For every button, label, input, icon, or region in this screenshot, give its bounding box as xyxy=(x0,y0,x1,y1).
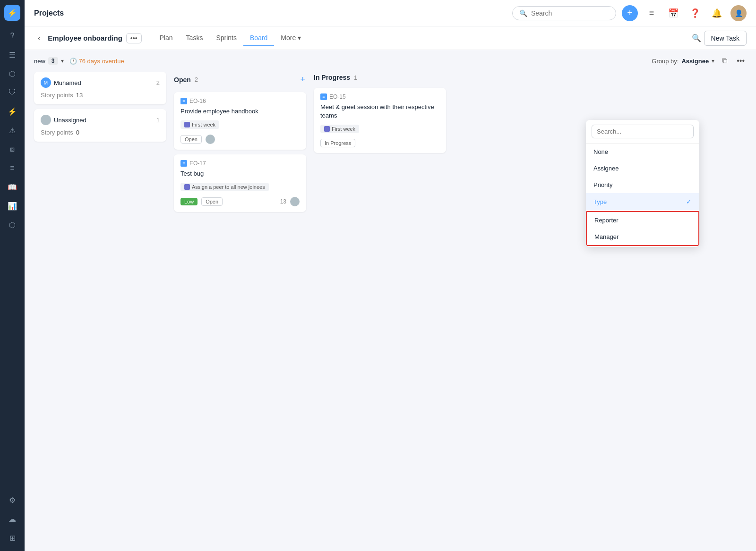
task-tag-eo17: Assign a peer to all new joinees xyxy=(180,183,269,191)
overdue-chip: 🕐 76 days overdue xyxy=(69,58,124,65)
task-status-eo16[interactable]: Open xyxy=(180,135,202,144)
subbar: ‹ Employee onboarding ••• Plan Tasks Spr… xyxy=(25,26,756,50)
board-toolbar: new 3 ▾ 🕐 76 days overdue Group by: Assi… xyxy=(25,50,756,72)
dropdown-item-manager[interactable]: Manager xyxy=(587,229,698,245)
muhamed-count: 2 xyxy=(156,79,160,86)
sidebar-icon-book[interactable]: 📖 xyxy=(4,178,21,195)
groupby-dropdown-container: None Assignee Priority Type ✓ Reporter xyxy=(586,120,699,247)
dropdown-item-none[interactable]: None xyxy=(586,144,699,160)
task-tag-eo16: First week xyxy=(180,120,219,129)
section-label: new xyxy=(34,58,45,65)
story-value-1: 13 xyxy=(76,92,83,99)
calendar-icon-btn[interactable]: 📅 xyxy=(665,5,681,21)
task-assignee-avatar-eo17 xyxy=(290,197,300,206)
network-icon: ⬡ xyxy=(9,220,16,229)
section-count: 3 xyxy=(48,57,58,65)
tag-icon-15 xyxy=(324,126,330,132)
sidebar-icon-list[interactable]: ≡ xyxy=(4,160,21,177)
sidebar-icon-layers[interactable]: ⧈ xyxy=(4,141,21,158)
task-tag-eo15: First week xyxy=(320,125,359,133)
help-icon-btn[interactable]: ❓ xyxy=(687,5,703,21)
search-bar[interactable]: 🔍 xyxy=(512,6,616,20)
warning-icon: ⚠ xyxy=(9,126,16,135)
board-area: new 3 ▾ 🕐 76 days overdue Group by: Assi… xyxy=(25,50,756,551)
help-icon: ? xyxy=(10,32,15,40)
tag-icon-17 xyxy=(184,184,190,190)
sidebar-icon-network[interactable]: ⬡ xyxy=(4,216,21,233)
filter-button[interactable]: ⧉ xyxy=(720,55,729,67)
task-id-label: EO-16 xyxy=(189,98,206,104)
book-icon: 📖 xyxy=(8,183,17,192)
unassigned-name: Unassigned xyxy=(54,117,86,124)
assignee-card-unassigned: Unassigned 1 Story points 0 xyxy=(34,109,166,142)
group-by-control[interactable]: Group by: Assignee ▾ xyxy=(652,58,714,65)
red-border-group: Reporter Manager xyxy=(586,211,699,246)
story-label-1: Story points xyxy=(41,92,73,99)
filter-icon: ⧉ xyxy=(722,57,727,65)
task-title-eo16: Provide employee handbook xyxy=(180,107,300,116)
sidebar-icon-warning[interactable]: ⚠ xyxy=(4,122,21,139)
sidebar-icon-cloud[interactable]: ☁ xyxy=(4,510,21,527)
sidebar-icon-inbox[interactable]: ☰ xyxy=(4,46,21,63)
sidebar-icon-shield[interactable]: 🛡 xyxy=(4,84,21,101)
app-logo[interactable]: ⚡ xyxy=(4,5,20,21)
board-more-button[interactable]: ••• xyxy=(735,55,747,67)
list-icon: ≡ xyxy=(10,164,14,172)
sidebar-icon-bolt[interactable]: ⚡ xyxy=(4,103,21,120)
app-title: Projects xyxy=(34,9,64,17)
muhamed-name: Muhamed xyxy=(54,79,81,86)
task-type-icon: ≡ xyxy=(180,98,187,104)
section-badge: new 3 ▾ xyxy=(34,57,64,65)
chart-icon: 📊 xyxy=(8,202,17,211)
tab-sprints[interactable]: Sprints xyxy=(209,30,243,46)
sidebar-icon-chart[interactable]: 📊 xyxy=(4,197,21,214)
section-chevron[interactable]: ▾ xyxy=(61,58,64,64)
notifications-icon-btn[interactable]: 🔔 xyxy=(709,5,725,21)
tasks-icon: ≡ xyxy=(649,8,654,18)
task-card-eo15[interactable]: ≡ EO-15 Meet & greet session with their … xyxy=(314,88,446,153)
tab-more[interactable]: More ▾ xyxy=(274,30,308,46)
calendar-icon: 📅 xyxy=(668,8,679,18)
task-id-label-17: EO-17 xyxy=(189,160,206,167)
help-circle-icon: ❓ xyxy=(690,8,700,18)
task-card-eo17[interactable]: ≡ EO-17 Test bug Assign a peer to all ne… xyxy=(174,154,306,212)
overdue-text: 76 days overdue xyxy=(79,58,124,65)
add-button[interactable]: + xyxy=(622,5,638,21)
task-card-eo16[interactable]: ≡ EO-16 Provide employee handbook First … xyxy=(174,92,306,150)
muhamed-avatar: M xyxy=(41,77,51,88)
tab-tasks[interactable]: Tasks xyxy=(180,30,210,46)
sidebar-icon-grid[interactable]: ⊞ xyxy=(4,529,21,546)
search-input[interactable] xyxy=(531,9,597,17)
user-avatar[interactable]: 👤 xyxy=(730,5,747,21)
dropdown-item-assignee[interactable]: Assignee xyxy=(586,160,699,177)
group-by-caret: ▾ xyxy=(712,58,714,64)
layers-icon: ⧈ xyxy=(10,145,15,153)
column-new: M Muhamed 2 Story points 13 xyxy=(34,72,166,542)
dropdown-item-type[interactable]: Type ✓ xyxy=(586,193,699,210)
task-status-eo17[interactable]: Open xyxy=(201,197,223,206)
tasks-icon-btn[interactable]: ≡ xyxy=(644,5,660,21)
cloud-icon: ☁ xyxy=(9,515,16,524)
sidebar-icon-help[interactable]: ? xyxy=(4,27,21,44)
group-by-label: Group by: xyxy=(652,58,679,65)
tab-board[interactable]: Board xyxy=(243,30,274,46)
sidebar-icon-bug[interactable]: ⬡ xyxy=(4,65,21,82)
board-search-button[interactable]: 🔍 xyxy=(689,31,704,45)
tab-plan[interactable]: Plan xyxy=(153,30,180,46)
sidebar-icon-settings[interactable]: ⚙ xyxy=(4,492,21,509)
task-status-eo15[interactable]: In Progress xyxy=(320,139,355,147)
column-open: Open 2 + ≡ EO-16 Provide employee handbo… xyxy=(174,72,306,542)
project-more-button[interactable]: ••• xyxy=(126,33,142,43)
dropdown-item-reporter[interactable]: Reporter xyxy=(587,212,698,229)
bell-icon: 🔔 xyxy=(712,8,722,18)
group-by-value[interactable]: Assignee xyxy=(681,58,709,65)
more-icon: ••• xyxy=(737,57,745,65)
new-task-button[interactable]: New Task xyxy=(704,31,747,46)
dropdown-item-priority[interactable]: Priority xyxy=(586,177,699,193)
bolt-icon: ⚡ xyxy=(8,107,17,116)
col-open-add-button[interactable]: + xyxy=(299,74,306,85)
unassigned-count: 1 xyxy=(156,117,160,124)
back-button[interactable]: ‹ xyxy=(34,32,44,44)
dropdown-search-input[interactable] xyxy=(592,125,694,138)
story-label-2: Story points xyxy=(41,129,73,136)
